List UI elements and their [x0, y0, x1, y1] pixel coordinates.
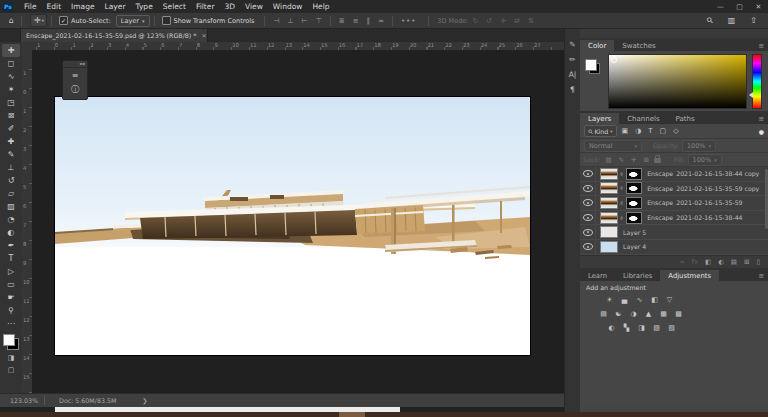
fill-field[interactable]: 100% ▾ [688, 154, 722, 166]
mask-link-icon[interactable]: ∞ [619, 201, 625, 205]
filter-toggle-icon[interactable]: ● [759, 128, 764, 135]
distribute-heights-icon[interactable]: ≈ [374, 17, 388, 25]
filter-pixel-layers-icon[interactable]: ▣ [620, 127, 631, 135]
dodge-tool[interactable]: ◐ [2, 226, 20, 239]
eyedropper-tool[interactable]: ✐ [2, 122, 20, 135]
channel-mixer-icon[interactable]: ▦ [658, 308, 669, 319]
rectangular-marquee-tool[interactable]: ◻ [2, 57, 20, 70]
layer-mask-thumbnail[interactable] [626, 197, 642, 209]
document-tab[interactable]: Enscape_2021-02-16-15-35-59.psd @ 123% (… [20, 28, 208, 42]
lock-transparency-icon[interactable]: ▨ [603, 156, 613, 164]
new-layer-icon[interactable]: ⊞ [744, 258, 749, 266]
menu-item[interactable]: View [240, 2, 268, 11]
menu-item[interactable]: Image [66, 2, 100, 11]
clone-stamp-tool[interactable]: ⊥ [2, 161, 20, 174]
quick-mask-button[interactable]: ◨ [8, 352, 15, 364]
layer-thumbnail[interactable] [600, 226, 618, 238]
auto-select-target-dropdown[interactable]: Layer ▾ [116, 15, 150, 27]
align-horizontal-centers-icon[interactable]: ⊥ [284, 17, 298, 25]
path-selection-tool[interactable]: ▷ [2, 265, 20, 278]
mask-link-icon[interactable]: ∞ [619, 215, 625, 219]
frame-tool[interactable]: ⊠ [2, 109, 20, 122]
layer-row[interactable]: ∞ Layer 4 [580, 240, 768, 255]
panel-menu-icon[interactable]: ≡ [754, 115, 768, 124]
layer-thumbnail[interactable] [600, 241, 618, 253]
brush-tool[interactable]: ✎ [2, 148, 20, 161]
hue-saturation-icon[interactable]: ▤ [598, 308, 609, 319]
workspace-switcher-icon[interactable]: ▥ [725, 16, 739, 25]
foreground-color-swatch[interactable] [585, 59, 597, 71]
eraser-tool[interactable]: ▱ [2, 187, 20, 200]
color-picker-marker[interactable] [611, 57, 617, 63]
filter-type-layers-icon[interactable]: T [646, 127, 654, 135]
panel-tab[interactable]: Libraries [615, 270, 660, 281]
new-adjustment-layer-icon[interactable]: ◐ [718, 258, 724, 266]
panel-menu-icon[interactable]: ≡ [754, 272, 768, 281]
lock-artboard-icon[interactable]: ⊞ [642, 156, 651, 164]
document-canvas[interactable] [55, 97, 530, 355]
link-layers-icon[interactable]: ∞ [679, 258, 684, 266]
layer-mask-thumbnail[interactable] [626, 212, 642, 224]
distribute-spacing-icon[interactable]: ∥ [363, 17, 375, 25]
distribute-horizontal-icon[interactable]: ≡ [349, 17, 363, 25]
brightness-contrast-icon[interactable]: ☀ [604, 294, 615, 305]
3d-scale-icon[interactable]: ⇅ [524, 17, 538, 25]
panel-tab[interactable]: Swatches [614, 40, 663, 51]
brushes-panel-icon[interactable]: ✏ [566, 53, 579, 65]
zoom-level-field[interactable]: 123.03% [0, 396, 45, 405]
threshold-icon[interactable]: ◨ [636, 322, 647, 333]
layer-visibility-cell[interactable] [580, 182, 596, 196]
vibrance-icon[interactable]: ▽ [664, 294, 675, 305]
healing-brush-tool[interactable]: ✚ [2, 135, 20, 148]
menu-item[interactable]: Window [268, 2, 308, 11]
layer-thumbnail[interactable] [600, 182, 618, 194]
menu-item[interactable]: Edit [42, 2, 67, 11]
layer-thumbnail[interactable] [600, 168, 618, 180]
3d-orbit-icon[interactable]: ↻ [468, 17, 482, 25]
photo-filter-icon[interactable]: ▲ [643, 308, 654, 319]
add-layer-mask-icon[interactable]: ◧ [705, 258, 711, 266]
show-transform-checkbox[interactable] [162, 16, 171, 25]
panel-tab[interactable]: Channels [619, 113, 667, 124]
layer-visibility-cell[interactable] [580, 196, 596, 210]
info-panel-icon[interactable]: ⓘ [63, 82, 87, 96]
more-options-icon[interactable]: ••• [397, 17, 420, 25]
character-panel-icon[interactable]: A| [566, 68, 579, 80]
delete-layer-icon[interactable]: ▯ [756, 258, 760, 266]
type-tool[interactable]: T [2, 252, 20, 265]
screen-mode-button[interactable]: ▢ [8, 364, 15, 376]
layer-visibility-cell[interactable] [580, 240, 596, 254]
layer-mask-thumbnail[interactable] [626, 168, 642, 180]
crop-tool[interactable]: ◳ [2, 96, 20, 109]
menu-item[interactable]: Type [131, 2, 158, 11]
blur-tool[interactable]: ◔ [2, 213, 20, 226]
hue-slider-arrow[interactable] [749, 92, 753, 98]
panel-tab[interactable]: Paths [668, 113, 703, 124]
menu-item[interactable]: Filter [191, 2, 220, 11]
menu-item[interactable]: File [19, 2, 42, 11]
paragraph-panel-icon[interactable]: ¶ [566, 83, 579, 95]
layer-row[interactable]: ∞ Enscape_2021-02-16-15-35-59 [580, 196, 768, 211]
foreground-color-swatch[interactable] [3, 334, 15, 346]
layer-filter-kind-dropdown[interactable]: ⚲ Kind ▾ [584, 125, 617, 137]
3d-roll-icon[interactable]: ↺ [482, 17, 496, 25]
invert-icon[interactable]: ◐ [606, 322, 617, 333]
restore-button[interactable]: ▢ [730, 3, 749, 11]
photoshop-logo-icon[interactable]: Ps [3, 2, 13, 12]
properties-panel-icon[interactable]: ≡ [63, 68, 87, 82]
mask-link-icon[interactable]: ∞ [619, 172, 625, 176]
lock-all-icon[interactable] [654, 158, 661, 163]
curves-icon[interactable]: ∿ [634, 294, 645, 305]
distribute-vertical-icon[interactable]: ≣ [335, 17, 349, 25]
filter-smart-objects-icon[interactable]: ◇ [671, 127, 680, 135]
lock-position-icon[interactable]: ✛ [629, 156, 638, 164]
pen-tool[interactable]: ✒ [2, 239, 20, 252]
filter-adjustment-layers-icon[interactable]: ◑ [633, 127, 643, 135]
color-lookup-icon[interactable]: ▩ [673, 308, 684, 319]
brush-settings-panel-icon[interactable]: ✎ [566, 38, 579, 50]
mask-link-icon[interactable]: ∞ [619, 186, 625, 190]
exposure-icon[interactable]: ◧ [649, 294, 660, 305]
menu-item[interactable]: Help [307, 2, 334, 11]
color-balance-icon[interactable]: ☯ [613, 308, 624, 319]
layer-visibility-cell[interactable] [580, 167, 596, 181]
